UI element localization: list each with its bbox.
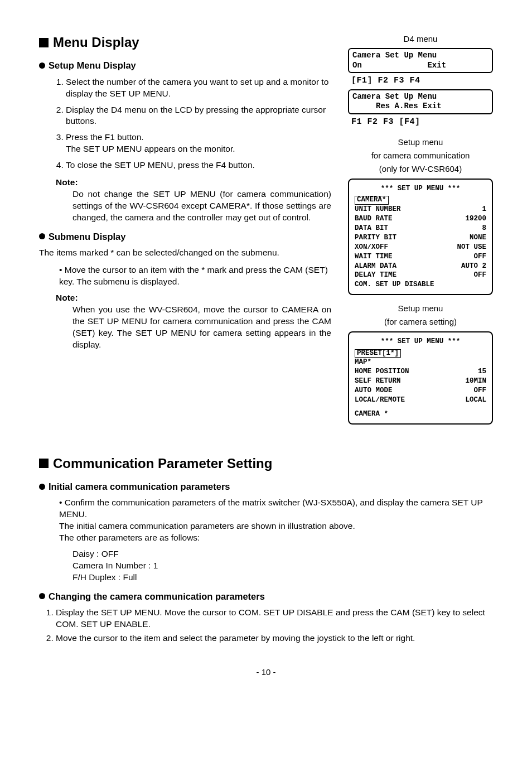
submenu-note-body: When you use the WV-CSR604, move the cur… — [72, 304, 331, 351]
screen-camset-map: MAP* — [355, 358, 486, 367]
init-line3: The other parameters are as follows: — [59, 533, 200, 542]
init-p3: F/H Duplex : Full — [72, 572, 493, 584]
screen-camset-row: SELF RETURN10MIN — [355, 377, 486, 386]
setup-step-3a: Press the F1 button. — [66, 132, 144, 142]
init-bullets: Confirm the communication parameters of … — [39, 497, 493, 544]
init-bullet-1: Confirm the communication parameters of … — [59, 497, 493, 544]
heading-setup-menu-display: Setup Menu Display — [39, 59, 331, 71]
heading-submenu-display: Submenu Display — [39, 230, 331, 243]
screen-camset-row: HOME POSITION15 — [355, 367, 486, 377]
heading-init-text: Initial camera communication parameters — [49, 480, 230, 493]
screen-comm-row: PARITY BITNONE — [355, 233, 486, 243]
screen-comm-footer: COM. SET UP DISABLE — [355, 280, 486, 290]
screen-comm-row: DELAY TIMEOFF — [355, 271, 486, 280]
init-p2: Camera In Number : 1 — [72, 560, 493, 572]
screen-comm: *** SET UP MENU *** CAMERA* UNIT NUMBER1… — [348, 179, 493, 296]
screen-comm-row: XON/XOFFNOT USE — [355, 243, 486, 252]
heading-init-comm: Initial camera communication parameters — [39, 480, 493, 493]
submenu-note-label: Note: — [56, 292, 331, 304]
screen-comm-row: WAIT TIMEOFF — [355, 252, 486, 262]
init-p1: Daisy : OFF — [72, 548, 493, 560]
change-steps: Display the SET UP MENU. Move the cursor… — [39, 607, 493, 644]
screen-camset-preset: PRESET[1*] — [355, 349, 401, 358]
setup-note-label: Note: — [56, 177, 331, 189]
change-step-1: Display the SET UP MENU. Move the cursor… — [56, 607, 493, 630]
screen-comm-hdr: *** SET UP MENU *** — [355, 184, 486, 194]
screen-camset-row: LOCAL/REMOTELOCAL — [355, 396, 486, 405]
setup-steps-list: Select the number of the camera you want… — [39, 76, 331, 171]
d4-box1-line1: Camera Set Up Menu — [352, 51, 437, 60]
screen-camset-row: AUTO MODEOFF — [355, 386, 486, 396]
submenu-intro: The items marked * can be selected/chang… — [39, 247, 331, 259]
screen-comm-row: ALARM DATAAUTO 2 — [355, 262, 486, 271]
init-bullet-text: Confirm the communication parameters of … — [59, 498, 482, 519]
screen-comm-row: UNIT NUMBER1 — [355, 205, 486, 214]
fkeys-1: [F1] F2 F3 F4 — [348, 74, 493, 88]
setup-step-2: Display the D4 menu on the LCD by pressi… — [66, 104, 331, 128]
submenu-bullet-1: Move the cursor to an item with the * ma… — [59, 264, 331, 288]
screen-comm-row: DATA BIT8 — [355, 224, 486, 233]
screen-comm-camera: CAMERA* — [355, 196, 389, 205]
heading-setup-text: Setup Menu Display — [49, 59, 136, 71]
setup-step-1: Select the number of the camera you want… — [66, 76, 331, 100]
setup-step-3b: The SET UP MENU appears on the monitor. — [66, 144, 235, 153]
caption-setup-cam-2: (for camera setting) — [348, 316, 493, 327]
d4-box2-line2: Res A.Res Exit — [352, 102, 442, 110]
d4-box-1: Camera Set Up Menu On Exit — [348, 48, 493, 73]
heading-change-text: Changing the camera communication parame… — [49, 590, 265, 602]
d4-box2-line1: Camera Set Up Menu — [352, 92, 437, 101]
screen-camset-hdr: *** SET UP MENU *** — [355, 337, 486, 346]
submenu-bullets: Move the cursor to an item with the * ma… — [39, 264, 331, 288]
heading-comm-text: Communication Parameter Setting — [53, 455, 272, 472]
page-number: - 10 - — [39, 667, 493, 678]
init-line2: The initial camera communication paramet… — [59, 521, 355, 531]
caption-setup-comm-1: Setup menu — [348, 137, 493, 148]
fkeys-2: F1 F2 F3 [F4] — [348, 115, 493, 129]
screen-comm-row: BAUD RATE19200 — [355, 214, 486, 224]
setup-step-4: To close the SET UP MENU, press the F4 b… — [66, 160, 331, 171]
screen-camset-camera: CAMERA * — [355, 409, 486, 419]
caption-setup-cam-1: Setup menu — [348, 303, 493, 314]
screen-camset: *** SET UP MENU *** PRESET[1*] MAP* HOME… — [348, 331, 493, 425]
heading-menu-display: Menu Display — [39, 33, 331, 51]
heading-submenu-text: Submenu Display — [49, 230, 125, 243]
heading-comm-param: Communication Parameter Setting — [39, 455, 493, 472]
setup-step-3: Press the F1 button. The SET UP MENU app… — [66, 132, 331, 155]
caption-setup-comm-2: for camera communication — [348, 150, 493, 161]
setup-note-body: Do not change the SET UP MENU (for camer… — [72, 189, 331, 224]
d4-box1-line2: On Exit — [352, 61, 446, 70]
d4-box-2: Camera Set Up Menu Res A.Res Exit — [348, 89, 493, 114]
caption-setup-comm-3: (only for WV-CSR604) — [348, 163, 493, 175]
heading-menu-display-text: Menu Display — [53, 33, 139, 51]
heading-change-comm: Changing the camera communication parame… — [39, 590, 493, 602]
change-step-2: Move the cursor to the item and select t… — [56, 633, 493, 644]
d4menu-label: D4 menu — [348, 33, 493, 45]
